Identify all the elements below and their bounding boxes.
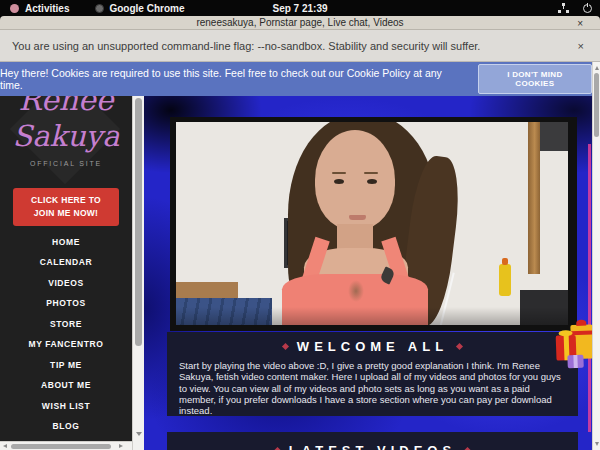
- app-menu-label: Google Chrome: [109, 3, 184, 14]
- sidebar-item-videos[interactable]: VIDEOS: [0, 272, 132, 293]
- activities-button[interactable]: Activities: [10, 3, 69, 14]
- welcome-body-text: Start by playing the video above :D, I g…: [167, 354, 578, 416]
- power-icon[interactable]: [583, 4, 592, 13]
- logo-line2: Sakuya: [0, 121, 132, 151]
- clock[interactable]: Sep 7 21:39: [0, 3, 600, 14]
- sidebar-item-wish-list[interactable]: WISH LIST: [0, 395, 132, 416]
- page-vertical-scrollbar[interactable]: [592, 62, 600, 450]
- cookie-banner: Hey there! Cookies are required to use t…: [0, 62, 592, 96]
- video-door-frame: [528, 122, 540, 274]
- video-person-brow-left: [332, 172, 346, 174]
- window-title: reneesakuya, Pornstar page, Live chat, V…: [196, 17, 403, 28]
- latest-videos-title: LATEST VIDEOS: [289, 443, 456, 450]
- app-menu-button[interactable]: Google Chrome: [95, 3, 184, 14]
- page-scroll-thumb[interactable]: [594, 73, 599, 137]
- screen: Activities Google Chrome Sep 7 21:39 ren…: [0, 0, 600, 450]
- video-bottle: [499, 264, 511, 296]
- official-site-tagline: OFFICIAL SITE: [0, 160, 132, 167]
- site-logo[interactable]: Renee Sakuya: [0, 96, 132, 151]
- flag-warning-text: You are using an unsupported command-lin…: [12, 40, 480, 52]
- sidebar-horizontal-scrollbar[interactable]: [0, 441, 132, 450]
- sidebar-item-photos[interactable]: PHOTOS: [0, 293, 132, 314]
- welcome-title: WELCOME ALL: [297, 339, 448, 354]
- video-person-brow-right: [364, 172, 378, 174]
- video-person-eye-right: [367, 179, 377, 184]
- join-now-button[interactable]: CLICK HERE TO JOIN ME NOW!: [13, 188, 119, 226]
- chrome-icon: [95, 4, 104, 13]
- cookie-accept-button[interactable]: I DON'T MIND COOKIES: [478, 64, 592, 94]
- main-content: WELCOME ALL Start by playing the video a…: [144, 96, 592, 450]
- sidebar-item-tip-me[interactable]: TIP ME: [0, 354, 132, 375]
- sidebar-item-my-fancentro[interactable]: MY FANCENTRO: [0, 334, 132, 355]
- sidebar-item-calendar[interactable]: CALENDAR: [0, 252, 132, 273]
- flag-warning-close-icon[interactable]: ×: [578, 40, 584, 52]
- side-tab-strip[interactable]: [588, 144, 591, 432]
- sidebar-vscroll-down-arrow-icon[interactable]: [136, 432, 142, 436]
- sidebar-item-about-me[interactable]: ABOUT ME: [0, 375, 132, 396]
- video-player[interactable]: [170, 117, 577, 331]
- sidebar-item-store[interactable]: STORE: [0, 313, 132, 334]
- video-vignette: [176, 307, 568, 325]
- activities-icon: [10, 4, 19, 13]
- window-close-icon[interactable]: ×: [577, 16, 583, 30]
- sidebar-vertical-scrollbar[interactable]: [132, 96, 144, 450]
- cookie-message: Hey there! Cookies are required to use t…: [0, 67, 456, 91]
- sidebar-item-blog[interactable]: BLOG: [0, 416, 132, 437]
- window-title-bar: reneesakuya, Pornstar page, Live chat, V…: [0, 16, 600, 30]
- page-scroll-up-arrow-icon[interactable]: [595, 66, 599, 70]
- sidebar: Renee Sakuya OFFICIAL SITE CLICK HERE TO…: [0, 96, 132, 441]
- network-icon[interactable]: [558, 3, 569, 13]
- sidebar-item-home[interactable]: HOME: [0, 231, 132, 252]
- video-person-lips: [349, 215, 366, 220]
- sidebar-hscroll-right-arrow-icon[interactable]: [119, 444, 123, 448]
- sidebar-vscroll-thumb[interactable]: [135, 98, 142, 346]
- activities-label: Activities: [25, 3, 69, 14]
- logo-line1: Renee: [0, 96, 132, 113]
- diamond-icon: [456, 343, 463, 350]
- latest-videos-panel: LATEST VIDEOS: [167, 432, 578, 450]
- top-bar: Activities Google Chrome Sep 7 21:39: [0, 0, 600, 16]
- video-still[interactable]: [176, 122, 568, 325]
- gift-tip-widget[interactable]: [554, 321, 592, 368]
- sidebar-hscroll-thumb[interactable]: [11, 444, 111, 449]
- flag-warning-bar: You are using an unsupported command-lin…: [0, 30, 600, 62]
- gift-box-purple-icon: [567, 355, 583, 369]
- video-person-eye-left: [334, 179, 344, 184]
- diamond-icon: [282, 343, 289, 350]
- page-content: Renee Sakuya OFFICIAL SITE CLICK HERE TO…: [0, 96, 600, 450]
- page-scroll-down-arrow-icon[interactable]: [595, 442, 599, 446]
- sidebar-nav: HOME CALENDAR VIDEOS PHOTOS STORE MY FAN…: [0, 231, 132, 436]
- sidebar-hscroll-left-arrow-icon[interactable]: [3, 444, 7, 448]
- welcome-panel: WELCOME ALL Start by playing the video a…: [167, 332, 578, 416]
- video-shading: [348, 280, 364, 302]
